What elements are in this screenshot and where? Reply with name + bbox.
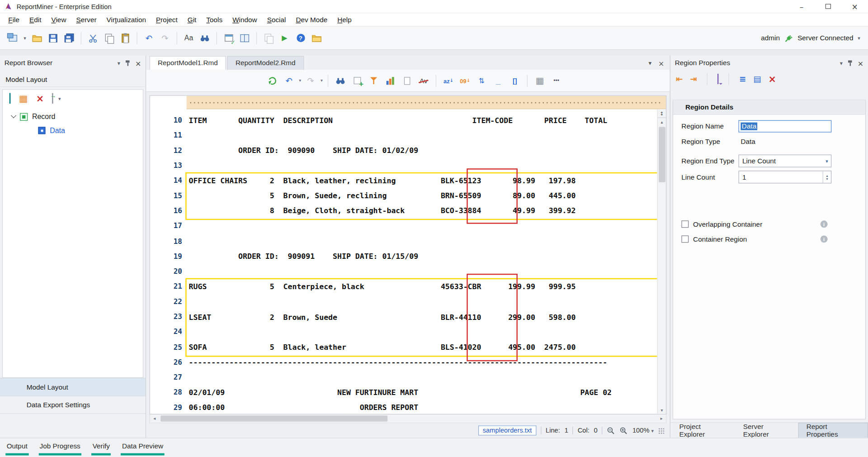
line-count-input[interactable]: 1 ▴▾ (738, 171, 831, 183)
file-name-badge[interactable]: sampleorders.txt (478, 425, 536, 435)
spin-down-icon[interactable]: ▾ (826, 177, 828, 180)
checkbox-container-region[interactable] (681, 235, 689, 243)
table-view-button[interactable]: ▦ (533, 73, 547, 88)
undo-dropdown-icon[interactable]: ▾ (299, 78, 301, 83)
line-text[interactable]: ----------------------------------------… (189, 357, 608, 367)
run-button[interactable]: ▶ (277, 31, 292, 45)
panel-switch-model-layout[interactable]: Model Layout (0, 378, 146, 395)
spinner-arrows[interactable]: ▴▾ (823, 171, 831, 183)
auto-create-fields-button[interactable] (367, 73, 381, 88)
app-tab-output[interactable]: Output (5, 438, 30, 457)
menu-item-git[interactable]: Git (183, 14, 202, 25)
scroll-down-icon[interactable]: ▾ (658, 406, 666, 414)
panel-tab-server-explorer[interactable]: Server Explorer (736, 423, 798, 438)
line-text[interactable]: 5 Brown, Suede, reclining BRN-65509 89.0… (189, 191, 576, 200)
line-text[interactable]: ORDER ID: 909091 SHIP DATE: 01/15/09 (189, 252, 419, 261)
vertical-scrollbar[interactable]: ↕ ▴ ▾ (657, 109, 666, 414)
menu-item-dev-mode[interactable]: Dev Mode (291, 14, 332, 25)
cut-button[interactable] (86, 31, 100, 45)
save-button[interactable] (46, 31, 61, 45)
redo-dropdown-icon[interactable]: ▾ (321, 78, 323, 83)
tab-reportmodel1-rmd[interactable]: ReportModel1.Rmd (150, 56, 226, 70)
move-region-right-button[interactable]: ⇥ (690, 74, 697, 84)
menu-item-server[interactable]: Server (71, 14, 101, 25)
underscore-button[interactable]: _ (491, 73, 505, 88)
sort-toggle-button[interactable]: ⇅ (474, 73, 489, 88)
menu-item-edit[interactable]: Edit (24, 14, 46, 25)
tree-node-data[interactable]: Data (3, 124, 143, 138)
delete-node-button[interactable]: × (36, 93, 44, 104)
tab-list-icon[interactable]: ▾ (649, 60, 652, 67)
pin-icon[interactable] (125, 60, 130, 67)
font-case-button[interactable]: Av (416, 73, 431, 88)
region-panel-button[interactable]: ▤ (753, 74, 761, 84)
comment-button[interactable] (717, 74, 718, 84)
line-text[interactable]: 02/01/09 NEW FURTINURE MART PAGE 02 (189, 388, 612, 397)
more-options-button[interactable]: ••• (549, 73, 564, 88)
tree-node-record[interactable]: Record (3, 109, 143, 124)
line-text[interactable]: ITEM QUANTITY DESCRIPTION ITEM-CODE PRIC… (189, 115, 608, 124)
pattern-button[interactable] (400, 73, 414, 88)
line-text[interactable]: ORDER ID: 909090 SHIP DATE: 01/02/09 (189, 146, 419, 155)
checkbox-overlapping-container[interactable] (681, 220, 689, 228)
toolbar-overflow-icon[interactable]: ▾ (858, 35, 860, 41)
close-panel-icon[interactable]: × (858, 59, 863, 67)
menu-item-file[interactable]: File (3, 14, 24, 25)
new-report-dropdown-icon[interactable]: ▾ (22, 31, 28, 45)
vertical-scroll-thumb[interactable] (659, 127, 665, 182)
paste-button[interactable] (118, 31, 132, 45)
preview-data-button[interactable] (383, 73, 397, 88)
horizontal-scroll-track[interactable] (159, 414, 657, 423)
console-button[interactable]: ✓ (222, 31, 236, 45)
resize-grip[interactable] (658, 428, 664, 433)
panel-menu-icon[interactable]: ▾ (840, 60, 843, 66)
menu-item-virtualization[interactable]: Virtualization (102, 14, 151, 25)
zoom-in-button[interactable] (620, 426, 628, 434)
scroll-up-icon[interactable]: ▴ (658, 118, 666, 126)
add-field-button[interactable] (350, 73, 364, 88)
line-text[interactable]: 8 Beige, Cloth, straight-back BCO-33884 … (189, 206, 576, 215)
splitter-handle-icon[interactable]: ↕ (658, 109, 666, 118)
font-button[interactable]: Aa (182, 31, 196, 45)
horizontal-scrollbar[interactable]: ◂ ▸ (150, 414, 667, 424)
compare-button[interactable] (237, 31, 252, 45)
panel-menu-icon[interactable]: ▾ (118, 60, 120, 66)
panel-tab-report-properties[interactable]: Report Properties (798, 423, 868, 438)
move-region-left-button[interactable]: ⇤ (676, 74, 683, 84)
sort-az-button[interactable]: az (441, 73, 456, 88)
menu-item-social[interactable]: Social (262, 14, 291, 25)
redo-button[interactable]: ↷ (158, 31, 172, 45)
sort-numeric-button[interactable]: 09 (458, 73, 472, 88)
menu-item-project[interactable]: Project (151, 14, 183, 25)
app-tab-verify[interactable]: Verify (90, 438, 112, 457)
brackets-button[interactable]: [] (508, 73, 522, 88)
panel-tab-project-explorer[interactable]: Project Explorer (671, 423, 735, 438)
close-panel-icon[interactable]: × (135, 59, 141, 67)
line-text[interactable]: 06:00:00 ORDERS REPORT (189, 403, 419, 412)
menu-item-view[interactable]: View (46, 14, 71, 25)
find-in-report-button[interactable] (333, 73, 348, 88)
delete-region-button[interactable]: × (769, 74, 776, 85)
scroll-right-icon[interactable]: ▸ (657, 414, 666, 423)
line-text[interactable]: LSEAT 2 Brown, Suede BLR-44110 299.00 59… (189, 312, 576, 321)
menu-item-tools[interactable]: Tools (201, 14, 227, 25)
copy-button[interactable] (102, 31, 116, 45)
zoom-out-button[interactable] (607, 426, 615, 434)
find-button[interactable] (198, 31, 212, 45)
panel-switch-data-export-settings[interactable]: Data Export Settings (0, 395, 146, 413)
maximize-button[interactable] (815, 0, 841, 13)
pin-icon[interactable] (848, 60, 853, 67)
close-document-icon[interactable]: × (658, 59, 664, 67)
region-end-type-select[interactable]: Line Count ▾ (738, 155, 831, 167)
close-button[interactable]: × (841, 0, 868, 13)
add-table-button[interactable]: ▦ (19, 93, 28, 104)
app-tab-data-preview[interactable]: Data Preview (120, 438, 165, 457)
undo-button[interactable]: ↶ (142, 31, 156, 45)
undo-edit-button[interactable]: ↶ (282, 73, 296, 88)
report-viewer[interactable]: 10ITEM QUANTITY DESCRIPTION ITEM-CODE PR… (150, 95, 667, 414)
zoom-level-dropdown[interactable]: 100% ▾ (632, 427, 654, 434)
open-button[interactable] (30, 31, 44, 45)
refresh-button[interactable] (265, 73, 280, 88)
scroll-left-icon[interactable]: ◂ (150, 414, 159, 423)
horizontal-scroll-thumb[interactable] (160, 415, 387, 421)
